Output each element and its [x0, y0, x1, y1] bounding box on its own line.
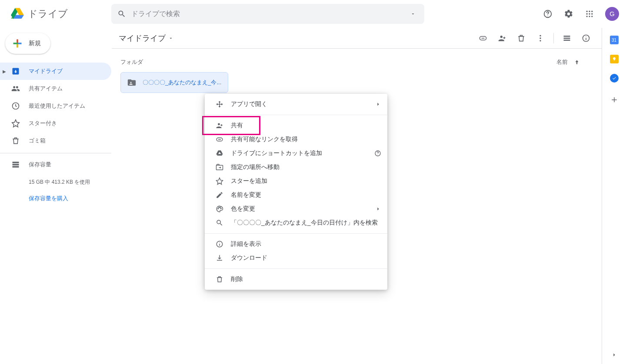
settings-gear-icon[interactable] — [560, 5, 577, 23]
sidebar-item-storage[interactable]: 保存容量 — [0, 157, 111, 172]
account-avatar[interactable]: G — [605, 7, 619, 21]
apps-grid-icon[interactable] — [581, 5, 598, 23]
palette-icon — [215, 205, 224, 213]
logo-area[interactable]: ドライブ — [3, 5, 111, 23]
svg-point-22 — [591, 16, 593, 17]
cm-get-link[interactable]: 共有可能なリンクを取得 — [205, 132, 387, 146]
svg-point-48 — [221, 208, 222, 209]
sidebar-item-shared[interactable]: 共有アイテム — [0, 80, 111, 97]
cm-label: アプリで開く — [231, 100, 267, 108]
cm-add-shortcut[interactable]: ドライブにショートカットを追加 — [205, 146, 387, 160]
svg-point-20 — [586, 16, 588, 17]
svg-point-16 — [591, 10, 593, 12]
buy-storage-link[interactable]: 保存容量を購入 — [0, 186, 111, 202]
sidebar: 新規 ▶ マイドライブ 共有アイテム 最近使用したアイテム スター付き — [0, 28, 111, 364]
sidebar-item-label: 最近使用したアイテム — [29, 102, 85, 110]
toolbar: マイドライブ — [112, 28, 602, 49]
storage-label: 保存容量 — [29, 161, 51, 169]
cm-change-color[interactable]: 色を変更 — [205, 202, 387, 216]
cm-rename[interactable]: 名前を変更 — [205, 188, 387, 202]
info-icon — [215, 240, 224, 248]
move-icon — [215, 163, 224, 172]
new-button-label: 新規 — [29, 40, 41, 47]
svg-rect-32 — [564, 37, 570, 39]
app-name: ドライブ — [28, 7, 68, 20]
cm-label: 指定の場所へ移動 — [231, 163, 280, 171]
add-addon-icon[interactable]: ＋ — [609, 93, 619, 106]
expand-triangle-icon[interactable]: ▶ — [3, 69, 6, 74]
cm-label: 共有可能なリンクを取得 — [231, 136, 298, 143]
help-icon[interactable] — [539, 5, 556, 23]
sidebar-item-label: 共有アイテム — [29, 85, 63, 93]
search-options-dropdown-icon[interactable] — [408, 11, 418, 17]
svg-point-43 — [377, 155, 378, 155]
svg-point-17 — [586, 13, 588, 14]
side-panel: 31 ＋ — [602, 28, 626, 364]
cm-label: 色を変更 — [231, 205, 255, 213]
section-title: フォルダ — [120, 58, 143, 66]
info-button[interactable] — [577, 30, 595, 47]
cm-remove[interactable]: 削除 — [205, 272, 387, 286]
context-menu: アプリで開く 共有 共有可能なリンクを取得 ドライブにショートカットを追加 指定… — [205, 94, 387, 290]
keep-addon-icon[interactable] — [610, 55, 619, 63]
sidebar-item-trash[interactable]: ゴミ箱 — [0, 132, 111, 149]
link-icon — [215, 135, 224, 144]
storage-icon — [10, 159, 21, 170]
chevron-right-icon — [375, 206, 381, 212]
cm-label: 「〇〇〇〇_あなたのなまえ_今日の日付け」内を検索 — [231, 219, 378, 227]
share-icon — [215, 121, 224, 130]
sidebar-item-my-drive[interactable]: ▶ マイドライブ — [0, 63, 111, 80]
header: ドライブ G — [0, 0, 626, 28]
svg-rect-33 — [564, 40, 570, 41]
list-view-button[interactable] — [558, 30, 576, 47]
svg-point-29 — [539, 37, 541, 39]
search-icon — [117, 10, 126, 18]
search-input[interactable] — [131, 10, 408, 18]
svg-point-37 — [130, 82, 132, 83]
svg-point-46 — [219, 207, 220, 208]
sidebar-item-starred[interactable]: スター付き — [0, 115, 111, 132]
cm-label: 名前を変更 — [231, 191, 261, 199]
svg-point-38 — [218, 123, 220, 126]
sort-arrow-up-icon[interactable] — [574, 59, 580, 65]
sort-label[interactable]: 名前 — [556, 58, 568, 66]
star-icon — [215, 177, 224, 185]
header-right: G — [539, 5, 623, 23]
breadcrumb-dropdown-icon[interactable] — [168, 36, 173, 41]
cm-view-details[interactable]: 詳細を表示 — [205, 237, 387, 251]
drive-shortcut-icon — [215, 149, 224, 158]
more-options-button[interactable] — [532, 30, 549, 47]
cm-label: ダウンロード — [231, 254, 267, 262]
delete-button[interactable] — [513, 30, 530, 47]
cm-open-with[interactable]: アプリで開く — [205, 97, 387, 111]
search-icon — [215, 218, 224, 227]
download-icon — [215, 254, 224, 262]
cm-move-to[interactable]: 指定の場所へ移動 — [205, 160, 387, 174]
svg-rect-26 — [13, 166, 19, 167]
svg-point-21 — [589, 16, 590, 17]
sidebar-item-label: マイドライブ — [29, 67, 63, 75]
tasks-addon-icon[interactable] — [610, 74, 619, 83]
cm-add-star[interactable]: スターを追加 — [205, 174, 387, 188]
expand-panel-icon[interactable] — [611, 352, 617, 358]
svg-rect-24 — [13, 162, 19, 163]
svg-point-19 — [591, 13, 593, 14]
folder-item[interactable]: 〇〇〇〇_あなたのなまえ_今... — [120, 72, 228, 93]
search-bar[interactable] — [111, 4, 424, 24]
sidebar-item-label: ゴミ箱 — [29, 137, 46, 145]
cm-share[interactable]: 共有 — [205, 119, 387, 132]
cm-label: 共有 — [231, 122, 243, 129]
cm-download[interactable]: ダウンロード — [205, 251, 387, 265]
svg-point-45 — [218, 208, 219, 209]
cm-label: 削除 — [231, 275, 243, 283]
get-link-button[interactable] — [474, 30, 492, 47]
sidebar-item-recent[interactable]: 最近使用したアイテム — [0, 97, 111, 115]
calendar-addon-icon[interactable]: 31 — [610, 36, 619, 44]
shared-folder-icon — [127, 78, 137, 87]
breadcrumb[interactable]: マイドライブ — [119, 33, 173, 43]
help-circle-icon[interactable] — [374, 150, 381, 157]
new-button[interactable]: 新規 — [5, 33, 50, 54]
cm-search-within[interactable]: 「〇〇〇〇_あなたのなまえ_今日の日付け」内を検索 — [205, 216, 387, 230]
share-button[interactable] — [493, 30, 511, 47]
my-drive-icon — [10, 66, 21, 76]
